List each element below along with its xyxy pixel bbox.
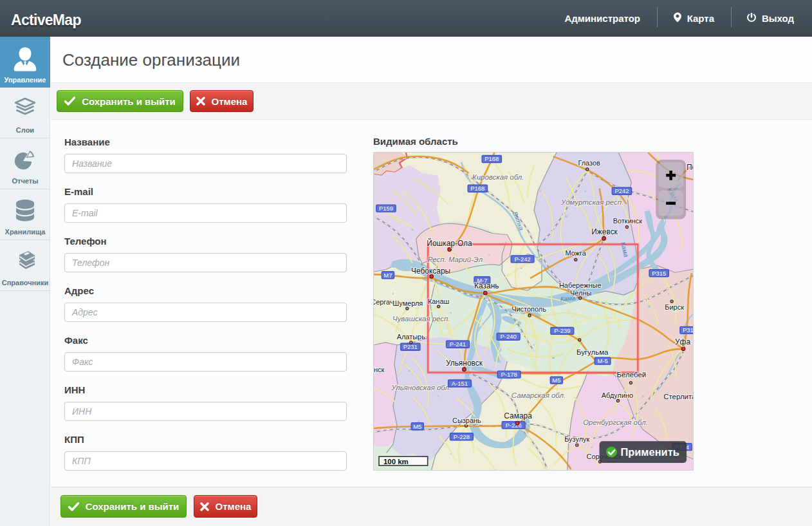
svg-text:Оренбургская обл.: Оренбургская обл. xyxy=(583,418,648,426)
svg-text:A-151: A-151 xyxy=(452,380,468,387)
svg-text:Сергач: Сергач xyxy=(373,298,394,306)
svg-text:Воткинск: Воткинск xyxy=(613,217,643,225)
svg-text:P159: P159 xyxy=(379,205,393,212)
svg-text:P315: P315 xyxy=(652,270,666,277)
svg-text:Самарская обл.: Самарская обл. xyxy=(512,391,566,399)
svg-text:P-228: P-228 xyxy=(454,433,470,440)
svg-text:Бирск: Бирск xyxy=(665,303,684,311)
svg-text:P-242: P-242 xyxy=(514,256,530,263)
svg-text:M5: M5 xyxy=(552,377,560,384)
svg-text:Йошкар-Ола: Йошкар-Ола xyxy=(427,238,472,248)
svg-text:Чебоксары: Чебоксары xyxy=(411,267,450,276)
svg-text:Ульяновск: Ульяновск xyxy=(446,359,483,368)
svg-text:P-178: P-178 xyxy=(501,371,517,378)
svg-text:Стерлитамак: Стерлитамак xyxy=(663,393,694,400)
svg-text:Кировская обл.: Кировская обл. xyxy=(472,173,524,181)
svg-text:Удмуртская респ.: Удмуртская респ. xyxy=(560,198,623,206)
svg-text:Казань: Казань xyxy=(474,281,499,290)
svg-text:Сызрань: Сызрань xyxy=(452,417,481,424)
svg-text:Респ. Марий-Эл: Респ. Марий-Эл xyxy=(428,256,483,263)
svg-text:P168: P168 xyxy=(470,185,484,192)
svg-text:Абдулино: Абдулино xyxy=(602,391,633,399)
svg-text:Бугульма: Бугульма xyxy=(577,348,609,356)
svg-text:Белебей: Белебей xyxy=(617,371,647,379)
svg-text:Применить: Применить xyxy=(620,446,679,458)
svg-text:Чувашская респ.: Чувашская респ. xyxy=(392,315,450,323)
svg-text:Самара: Самара xyxy=(504,411,532,420)
svg-text:P242: P242 xyxy=(614,187,629,194)
svg-text:P231: P231 xyxy=(403,343,418,350)
svg-text:100 km: 100 km xyxy=(383,458,409,465)
svg-text:Пермь: Пермь xyxy=(687,163,694,172)
svg-text:Челны: Челны xyxy=(570,289,591,297)
svg-text:Ульяновская обл.: Ульяновская обл. xyxy=(391,384,451,391)
svg-text:Ижевск: Ижевск xyxy=(591,227,618,236)
svg-text:Можга: Можга xyxy=(566,249,587,257)
svg-text:Канаш: Канаш xyxy=(428,297,450,305)
svg-text:Бузулук: Бузулук xyxy=(564,435,589,443)
svg-text:Глазов: Глазов xyxy=(578,159,600,167)
svg-text:P168: P168 xyxy=(484,155,499,162)
svg-text:M7: M7 xyxy=(383,272,392,279)
svg-text:P-241: P-241 xyxy=(450,341,466,348)
svg-text:Алатырь: Алатырь xyxy=(397,333,425,341)
svg-text:Набережные: Набережные xyxy=(559,281,602,289)
svg-text:Чистополь: Чистополь xyxy=(512,305,546,313)
svg-text:M-5: M-5 xyxy=(597,357,607,364)
svg-text:P-239: P-239 xyxy=(554,327,570,334)
svg-text:Шумерля: Шумерля xyxy=(392,299,423,307)
svg-text:M5: M5 xyxy=(413,423,421,430)
svg-text:P-240: P-240 xyxy=(501,333,517,340)
svg-text:Уфа: Уфа xyxy=(675,337,690,346)
svg-text:P315: P315 xyxy=(683,326,694,333)
svg-text:нск: нск xyxy=(374,366,385,373)
